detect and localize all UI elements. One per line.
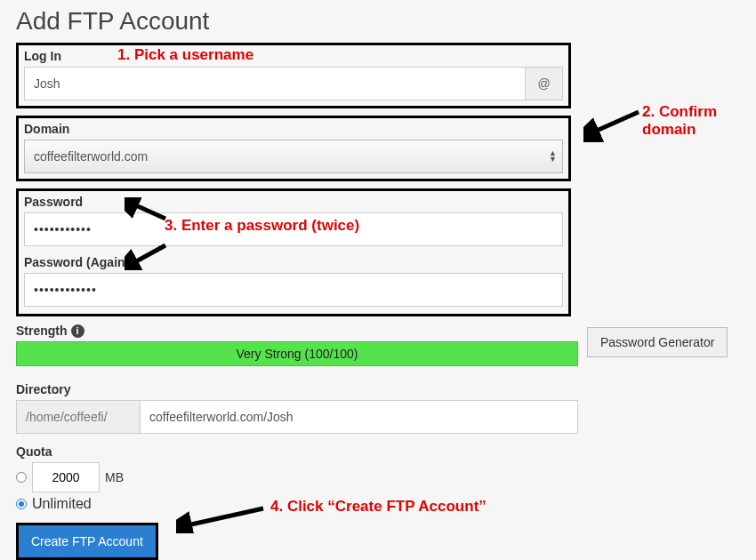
quota-label: Quota: [16, 444, 571, 459]
annotation-2-line1: 2. Confirm: [642, 103, 717, 121]
annotation-2: 2. Confirm domain: [642, 103, 717, 139]
strength-row: Strength i Very Strong (100/100): [16, 324, 578, 366]
login-input[interactable]: [24, 67, 526, 100]
at-addon: @: [526, 67, 563, 100]
quota-row: Quota MB Unlimited: [16, 444, 571, 512]
info-icon: i: [71, 324, 84, 338]
password-again-label: Password (Again): [24, 255, 563, 269]
strength-bar-text: Very Strong (100/100): [237, 347, 358, 361]
login-label: Log In: [24, 49, 563, 63]
quota-mb-radio[interactable]: [16, 472, 27, 483]
svg-line-0: [591, 112, 639, 133]
directory-label: Directory: [16, 382, 578, 396]
domain-label: Domain: [24, 122, 563, 136]
annotation-2-arrow-icon: [583, 103, 646, 142]
quota-unlimited-label: Unlimited: [32, 496, 92, 512]
password-label: Password: [24, 195, 563, 209]
strength-label: Strength: [16, 324, 68, 338]
strength-bar: Very Strong (100/100): [16, 341, 578, 366]
directory-input[interactable]: [141, 400, 578, 434]
directory-row: Directory /home/coffeefi/: [16, 382, 578, 434]
quota-unit: MB: [105, 470, 124, 484]
password-group: Password Password (Again): [16, 188, 571, 316]
quota-unlimited-radio[interactable]: [16, 499, 27, 509]
domain-select[interactable]: coffeefilterworld.com ▲▼: [24, 140, 563, 173]
create-ftp-account-button[interactable]: Create FTP Account: [16, 523, 158, 560]
password-generator-button[interactable]: Password Generator: [587, 327, 728, 357]
password-again-input[interactable]: [24, 273, 563, 307]
domain-selected-value: coffeefilterworld.com: [34, 149, 148, 164]
password-input[interactable]: [24, 212, 563, 246]
select-arrows-icon: ▲▼: [549, 150, 557, 163]
directory-prefix: /home/coffeefi/: [16, 400, 141, 434]
login-group: Log In @: [16, 43, 571, 108]
quota-value-input[interactable]: [32, 462, 100, 492]
page-title: Add FTP Account: [0, 0, 756, 43]
domain-group: Domain coffeefilterworld.com ▲▼: [16, 116, 571, 181]
annotation-2-line2: domain: [642, 121, 717, 139]
